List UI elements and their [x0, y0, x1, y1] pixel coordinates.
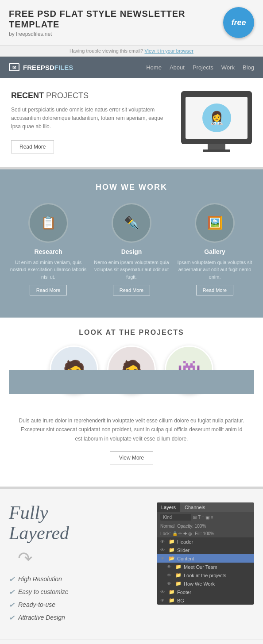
- folder-icon-content: 📂: [169, 556, 175, 561]
- layer-slider[interactable]: 👁 📁 Slider: [157, 546, 254, 554]
- projects-desc: Duis aute irure dolor in reprehenderit i…: [18, 416, 245, 443]
- folder-icon-header: 📁: [169, 539, 175, 544]
- layers-icon-shape: ▣: [205, 515, 209, 520]
- gallery-icon: 🖼️: [207, 215, 223, 230]
- layers-icon-filter: ≡: [211, 515, 213, 520]
- layer-name-slider: Slider: [177, 548, 190, 553]
- layer-name-footer: Footer: [177, 590, 191, 595]
- how-item-design: ✒️ Design Nemo enim ipsam voluptatem qui…: [92, 203, 171, 296]
- layer-content[interactable]: 👁 📂 Content: [157, 554, 254, 563]
- layer-bg[interactable]: 👁 📁 BG: [157, 596, 254, 605]
- layered-title-line1: Fully: [9, 502, 48, 523]
- eye-icon-content: 👁: [160, 556, 166, 561]
- monitor-base: [203, 150, 230, 152]
- research-circle: 📋: [28, 203, 68, 243]
- fully-layered-section: Fully Layered ↷ ✔ High Resolution ✔ Easy…: [0, 489, 263, 639]
- layer-name-how: How We Work: [184, 581, 215, 586]
- nav-blog[interactable]: Blog: [243, 64, 254, 71]
- layered-title-line2: Layered: [9, 523, 69, 543]
- eye-icon-how: 👁: [167, 581, 173, 586]
- layer-meet-team[interactable]: 👁 📁 Meet Our Team: [163, 563, 254, 571]
- gallery-read-more-button[interactable]: Read More: [196, 285, 233, 295]
- layer-header[interactable]: 👁 📁 Header: [157, 537, 254, 546]
- eye-icon-footer: 👁: [160, 590, 166, 594]
- layers-search-input[interactable]: [160, 514, 191, 521]
- layer-name-look: Look at the projects: [184, 573, 226, 578]
- layers-panel: Layers Channels ⊞ T ↑ ▣ ≡ Normal Opacity…: [157, 502, 254, 605]
- nav-links: Home About Projects Work Blog: [146, 64, 254, 71]
- research-title: Research: [9, 248, 88, 255]
- feature-item-3: ✔ Ready-to-use: [9, 601, 150, 609]
- how-grid: 📋 Research Ut enim ad minim veniam, quis…: [9, 203, 254, 296]
- monitor-screen: 👩‍⚕️: [186, 97, 248, 139]
- email-bar-text: Having trouble viewing this email?: [70, 48, 143, 54]
- feature-text-3: Ready-to-use: [18, 601, 55, 608]
- layers-toolbar: ⊞ T ↑ ▣ ≡: [157, 512, 254, 522]
- design-title: Design: [92, 248, 171, 255]
- nav-work[interactable]: Work: [221, 64, 235, 71]
- feature-item-4: ✔ Attractive Design: [9, 613, 150, 622]
- banner-title: FREE PSD FLAT STYLE NEWSLETTER TEMPLATE: [9, 8, 223, 30]
- lock-label: Lock: 🔒 ✏ ✚ ◎: [160, 531, 192, 536]
- logo-part2: FILES: [54, 64, 73, 71]
- feature-item-2: ✔ Easy to customize: [9, 588, 150, 596]
- feature-text-2: Easy to customize: [18, 588, 69, 595]
- layered-arrow: ↷: [18, 548, 150, 568]
- layer-name-bg: BG: [177, 598, 184, 603]
- eye-icon-meet: 👁: [167, 564, 173, 569]
- nav-projects[interactable]: Projects: [193, 64, 213, 71]
- layer-look-projects[interactable]: 👁 📁 Look at the projects: [163, 571, 254, 579]
- character-avatar: 👩‍⚕️: [202, 104, 231, 132]
- check-icon-1: ✔: [9, 575, 15, 583]
- nav-home[interactable]: Home: [146, 64, 162, 71]
- layered-title: Fully Layered: [9, 502, 150, 543]
- recent-desc: Sed ut perspiciatis unde omnis iste natu…: [11, 106, 172, 131]
- projects-text-area: Duis aute irure dolor in reprehenderit i…: [9, 394, 254, 473]
- folder-icon-look: 📁: [175, 572, 182, 578]
- blend-mode-label: Normal: [160, 524, 174, 529]
- eye-icon-slider: 👁: [160, 548, 166, 552]
- research-read-more-button[interactable]: Read More: [30, 285, 67, 295]
- folder-icon-bg: 📁: [169, 598, 175, 603]
- layer-name-content: Content: [177, 556, 194, 561]
- check-icon-2: ✔: [9, 588, 15, 596]
- layers-icon-1: ⊞: [193, 515, 197, 520]
- monitor: 👩‍⚕️: [181, 91, 252, 144]
- email-bar: Having trouble viewing this email? View …: [0, 45, 263, 57]
- layers-icon-arrow: ↑: [202, 515, 204, 520]
- feature-item-1: ✔ High Resolution: [9, 575, 150, 583]
- check-icon-4: ✔: [9, 613, 15, 622]
- layers-blend-row: Normal Opacity: 100%: [157, 522, 254, 530]
- opacity-label: Opacity: 100%: [177, 524, 206, 529]
- recent-projects-section: RECENT PROJECTS Sed ut perspiciatis unde…: [0, 78, 263, 167]
- recent-read-more-button[interactable]: Read More: [11, 140, 54, 153]
- folder-icon-slider: 📁: [169, 547, 175, 553]
- nav-logo-text: FREEPSDFILES: [23, 64, 73, 71]
- design-icon: ✒️: [124, 215, 139, 230]
- design-circle: ✒️: [112, 203, 151, 243]
- banner-subtitle: by freepsdfiles.net: [9, 31, 223, 37]
- recent-image: 👩‍⚕️: [181, 91, 252, 152]
- nav-about[interactable]: About: [170, 64, 185, 71]
- envelope-icon: ✉: [12, 65, 16, 70]
- layers-tab-layers[interactable]: Layers: [157, 502, 180, 512]
- layer-footer[interactable]: 👁 📁 Footer: [157, 588, 254, 596]
- layer-how-work[interactable]: 👁 📁 How We Work: [163, 579, 254, 588]
- layers-icon-t: T: [198, 515, 201, 520]
- banner-text: FREE PSD FLAT STYLE NEWSLETTER TEMPLATE …: [9, 8, 223, 37]
- research-desc: Ut enim ad minim veniam, quis nostrud ex…: [9, 259, 88, 281]
- how-item-gallery: 🖼️ Gallery Ipsam voluptatem quia volupta…: [175, 203, 254, 296]
- nav-logo-icon: ✉: [9, 63, 19, 71]
- eye-icon-bg: 👁: [160, 598, 166, 603]
- design-read-more-button[interactable]: Read More: [113, 285, 150, 295]
- sponsored-section: Sponsored by: ToonCharacters: [0, 640, 263, 644]
- eye-icon-look: 👁: [167, 573, 173, 578]
- top-banner: FREE PSD FLAT STYLE NEWSLETTER TEMPLATE …: [0, 0, 263, 45]
- projects-avatar-area: 🧑 🧔 👾: [9, 345, 254, 394]
- layers-tab-channels[interactable]: Channels: [180, 502, 209, 512]
- monitor-stand: [208, 144, 225, 150]
- folder-icon-footer: 📁: [169, 589, 175, 595]
- view-in-browser-link[interactable]: View it in your browser: [144, 48, 193, 54]
- view-more-button[interactable]: View More: [110, 451, 153, 464]
- how-we-work-section: HOW WE WORK 📋 Research Ut enim ad minim …: [0, 169, 263, 318]
